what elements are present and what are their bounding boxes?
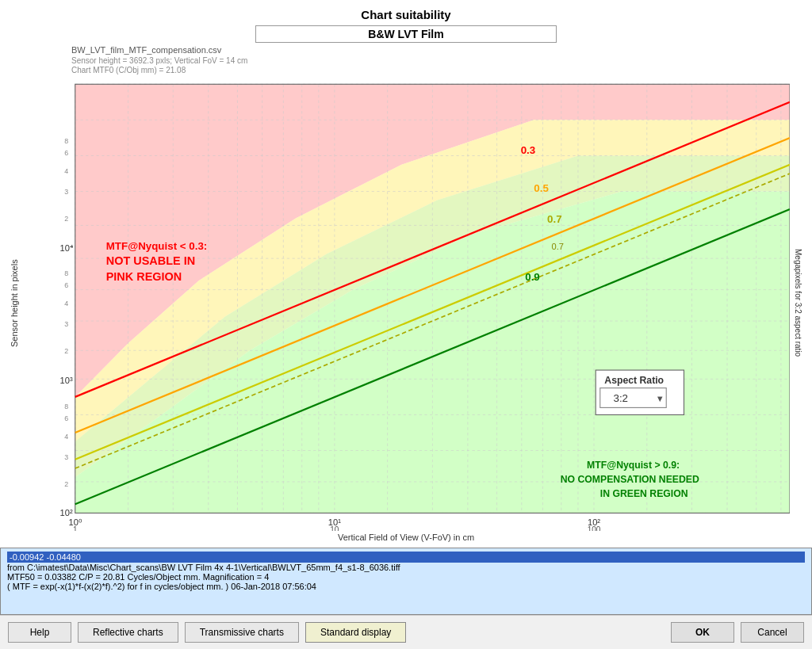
chart-svg: 0.3 0.5 0.7 0.7 0.9 10² 10³ 10⁴ 2 3 4 6 …: [22, 75, 790, 531]
svg-text:0.7: 0.7: [547, 213, 562, 225]
svg-text:0.9: 0.9: [525, 271, 540, 283]
cancel-button[interactable]: Cancel: [741, 622, 804, 643]
svg-text:2: 2: [64, 480, 68, 488]
info-highlight: -0.00942 -0.04480: [7, 552, 805, 563]
svg-text:4: 4: [64, 167, 68, 175]
svg-text:Aspect Ratio: Aspect Ratio: [604, 375, 664, 386]
chart-area: Chart suitability BW_LVT_film_MTF_compen…: [0, 0, 812, 548]
svg-text:4: 4: [64, 433, 68, 441]
svg-text:3: 3: [64, 188, 68, 196]
svg-text:0.7: 0.7: [552, 242, 564, 251]
chart-title: Chart suitability: [8, 8, 804, 21]
svg-text:6: 6: [64, 281, 68, 289]
x-axis-label: Vertical Field of View (V-FoV) in cm: [8, 531, 804, 544]
svg-text:0.5: 0.5: [534, 181, 549, 193]
svg-text:10²: 10²: [60, 508, 73, 517]
reflective-charts-button[interactable]: Reflective charts: [78, 622, 178, 643]
chart-wrapper: Sensor height in pixels: [8, 75, 804, 531]
y-axis-label-right: Megapixels for 3:2 aspect ratio: [790, 75, 804, 531]
svg-text:1: 1: [73, 525, 78, 531]
svg-text:4: 4: [64, 300, 68, 307]
svg-text:8: 8: [64, 269, 68, 277]
svg-text:8: 8: [64, 402, 68, 410]
svg-text:3: 3: [64, 453, 68, 461]
svg-text:100: 100: [588, 525, 601, 531]
transmissive-charts-button[interactable]: Transmissive charts: [185, 622, 299, 643]
svg-text:MTF@Nyquist > 0.9:: MTF@Nyquist > 0.9:: [587, 460, 680, 471]
svg-text:0.3: 0.3: [521, 144, 536, 156]
ok-button[interactable]: OK: [671, 622, 734, 643]
svg-text:3:2: 3:2: [613, 391, 628, 403]
chart-mtf-info: Chart MTF0 (C/Obj mm) = 21.08: [71, 66, 804, 74]
svg-text:10³: 10³: [60, 376, 73, 385]
svg-text:2: 2: [64, 215, 68, 223]
svg-text:NO COMPENSATION NEEDED: NO COMPENSATION NEEDED: [561, 474, 699, 485]
svg-text:3: 3: [64, 320, 68, 328]
sensor-name-input[interactable]: [255, 25, 557, 43]
info-box: -0.00942 -0.04480 from C:\imatest\Data\M…: [0, 548, 812, 615]
standard-display-button[interactable]: Standard display: [305, 622, 406, 643]
svg-text:▼: ▼: [656, 393, 665, 403]
info-line-3: ( MTF = exp(-x(1)*f-(x(2)*f).^2) for f i…: [7, 582, 805, 591]
sensor-height-info: Sensor height = 3692.3 pxls; Vertical Fo…: [71, 56, 804, 65]
help-button[interactable]: Help: [8, 622, 71, 643]
svg-text:10⁴: 10⁴: [59, 243, 73, 253]
svg-text:8: 8: [64, 137, 68, 145]
info-line-1: from C:\imatest\Data\Misc\Chart_scans\BW…: [7, 563, 805, 572]
info-line-2: MTF50 = 0.03382 C/P = 20.81 Cycles/Objec…: [7, 572, 805, 582]
main-container: Chart suitability BW_LVT_film_MTF_compen…: [0, 0, 812, 649]
svg-text:NOT USABLE IN: NOT USABLE IN: [106, 254, 195, 267]
svg-text:6: 6: [64, 149, 68, 157]
svg-text:PINK REGION: PINK REGION: [106, 270, 182, 283]
svg-text:IN GREEN REGION: IN GREEN REGION: [600, 488, 688, 499]
chart-svg-container: 0.3 0.5 0.7 0.7 0.9 10² 10³ 10⁴ 2 3 4 6 …: [22, 75, 790, 531]
svg-text:10: 10: [330, 525, 339, 531]
svg-text:MTF@Nyquist < 0.3:: MTF@Nyquist < 0.3:: [106, 240, 208, 252]
svg-text:6: 6: [64, 414, 68, 422]
bottom-buttons: Help Reflective charts Transmissive char…: [0, 615, 812, 649]
y-axis-label-left: Sensor height in pixels: [8, 75, 22, 531]
svg-text:2: 2: [64, 347, 68, 355]
file-name: BW_LVT_film_MTF_compensation.csv: [71, 45, 804, 55]
